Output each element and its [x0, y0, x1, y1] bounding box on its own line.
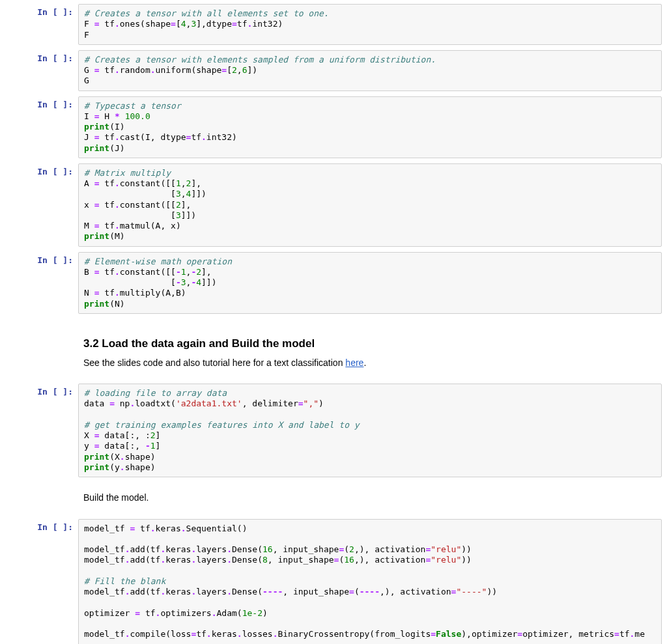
in-prompt: In [ ]: [0, 163, 78, 247]
code-input[interactable]: # Creates a tensor with all elements set… [78, 4, 662, 45]
markdown-cell: Build the model. [78, 481, 654, 515]
section-heading: 3.2 Load the data again and Build the mo… [83, 336, 649, 352]
in-prompt: In [ ]: [0, 252, 78, 314]
in-prompt: In [ ]: [0, 50, 78, 91]
code-cell: In [ ]: model_tf = tf.keras.Sequential()… [0, 518, 667, 644]
paragraph: Build the model. [83, 492, 649, 505]
code-cell: In [ ]: # Matrix multiply A = tf.constan… [0, 162, 667, 248]
code-input[interactable]: # Matrix multiply A = tf.constant([[1,2]… [78, 163, 662, 247]
in-prompt: In [ ]: [0, 96, 78, 158]
code-input[interactable]: model_tf = tf.keras.Sequential() model_t… [78, 519, 662, 644]
code-cell: In [ ]: # Creates a tensor with elements… [0, 49, 667, 92]
markdown-cell: 3.2 Load the data again and Build the mo… [78, 318, 654, 380]
paragraph: See the slides code and also tutorial he… [83, 357, 649, 370]
code-cell: In [ ]: # Typecast a tensor I = H * 100.… [0, 95, 667, 160]
in-prompt: In [ ]: [0, 384, 78, 477]
code-cell: In [ ]: # loading file to array data dat… [0, 382, 667, 479]
code-cell: In [ ]: # Creates a tensor with all elem… [0, 3, 667, 46]
code-input[interactable]: # Typecast a tensor I = H * 100.0 print(… [78, 96, 662, 158]
in-prompt: In [ ]: [0, 4, 78, 45]
code-input[interactable]: # Element-wise math operation B = tf.con… [78, 252, 662, 314]
in-prompt: In [ ]: [0, 519, 78, 644]
notebook: In [ ]: # Creates a tensor with all elem… [0, 3, 667, 644]
code-input[interactable]: # Creates a tensor with elements sampled… [78, 50, 662, 91]
code-input[interactable]: # loading file to array data data = np.l… [78, 384, 662, 477]
tutorial-link[interactable]: here [345, 357, 363, 368]
code-cell: In [ ]: # Element-wise math operation B … [0, 251, 667, 315]
